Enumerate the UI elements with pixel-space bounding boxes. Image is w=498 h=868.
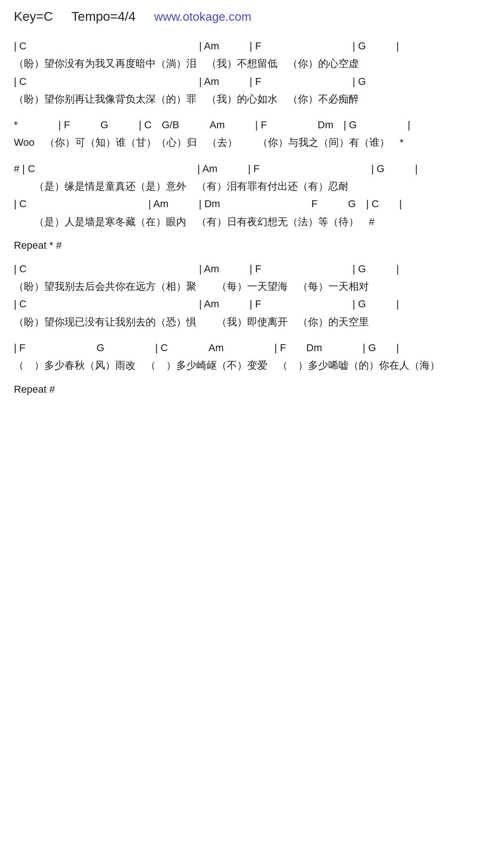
section-intro: | C | Am | F | G | （盼）望你没有为我又再度暗中（淌）泪 （我… bbox=[14, 38, 484, 108]
chord-line-chorus1-1: # | C | Am | F | G | bbox=[14, 161, 484, 177]
header: Key=C Tempo=4/4 www.otokage.com bbox=[14, 9, 484, 24]
lyric-line-2: （盼）望你别再让我像背负太深（的）罪 （我）的心如水 （你）不必痴醉 bbox=[14, 90, 484, 108]
chord-line-chorus1-2: | C | Am | Dm F G | C | bbox=[14, 196, 484, 212]
chord-line-bridge: | F G | C Am | F Dm | G | bbox=[14, 340, 484, 356]
repeat2-label: Repeat # bbox=[14, 383, 484, 395]
chord-line-2: | C | Am | F | G bbox=[14, 73, 484, 90]
chord-line-1: | C | Am | F | G | bbox=[14, 38, 484, 54]
lyric-line-chorus1-2: （是）人是墙是寒冬藏（在）眼内 （有）日有夜幻想无（法）等（待） # bbox=[14, 213, 484, 230]
watermark-label: www.otokage.com bbox=[154, 10, 251, 24]
lyric-line-verse2-1: （盼）望我别去后会共你在远方（相）聚 （每）一天望海 （每）一天相对 bbox=[14, 278, 484, 295]
section-repeat1: Repeat * # bbox=[14, 239, 484, 251]
lyric-line-woo: Woo （你）可（知）谁（甘）（心）归 （去） （你）与我之（间）有（谁） * bbox=[14, 134, 484, 151]
chord-line-verse2-1: | C | Am | F | G | bbox=[14, 261, 484, 277]
tempo-label: Tempo=4/4 bbox=[71, 9, 136, 24]
section-repeat2: Repeat # bbox=[14, 383, 484, 395]
section-verse2: | C | Am | F | G | （盼）望我别去后会共你在远方（相）聚 （每… bbox=[14, 261, 484, 330]
chord-line-verse2-2: | C | Am | F | G | bbox=[14, 296, 484, 312]
lyric-line-verse2-2: （盼）望你现已没有让我别去的（恐）惧 （我）即使离开 （你）的天空里 bbox=[14, 313, 484, 330]
key-label: Key=C bbox=[14, 9, 53, 24]
section-chorus1: # | C | Am | F | G | （是）缘是情是童真还（是）意外 （有）… bbox=[14, 161, 484, 230]
lyric-line-bridge: （ ）多少春秋（风）雨改 （ ）多少崎岖（不）变爱 （ ）多少唏嘘（的）你在人（… bbox=[14, 357, 484, 374]
section-woo: * | F G | C G/B Am | F Dm | G | Woo （你）可… bbox=[14, 117, 484, 151]
lyric-line-1: （盼）望你没有为我又再度暗中（淌）泪 （我）不想留低 （你）的心空虚 bbox=[14, 55, 484, 72]
section-bridge: | F G | C Am | F Dm | G | （ ）多少春秋（风）雨改 （… bbox=[14, 340, 484, 374]
page-container: Key=C Tempo=4/4 www.otokage.com | C | Am… bbox=[14, 9, 484, 395]
repeat1-label: Repeat * # bbox=[14, 239, 484, 251]
lyric-line-chorus1-1: （是）缘是情是童真还（是）意外 （有）泪有罪有付出还（有）忍耐 bbox=[14, 178, 484, 195]
chord-line-woo: * | F G | C G/B Am | F Dm | G | bbox=[14, 117, 484, 133]
